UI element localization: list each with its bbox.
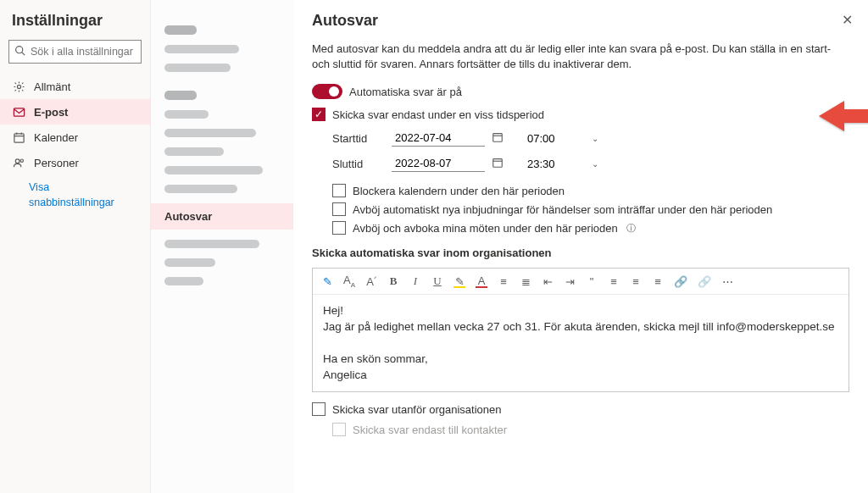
outside-org-checkbox[interactable]: [312, 402, 326, 416]
subnav-placeholder: [164, 166, 263, 174]
search-icon: [14, 45, 25, 58]
toggle-label: Automatiska svar är på: [349, 86, 462, 98]
chevron-down-icon[interactable]: ⌄: [592, 159, 598, 169]
editor-toolbar: ✎ AA Aᐟ B I U ✎ A ≡ ≣ ⇤ ⇥ " ≡ ≡ ≡ 🔗 🔗 ⋯: [313, 269, 849, 295]
block-calendar-checkbox[interactable]: [332, 184, 346, 197]
subnav-autosvar[interactable]: Autosvar: [151, 203, 293, 230]
start-date-input[interactable]: [392, 130, 485, 147]
end-time-input[interactable]: [524, 156, 566, 172]
start-label: Starttid: [332, 132, 380, 145]
svg-rect-12: [493, 159, 503, 168]
auto-reply-toggle[interactable]: [312, 84, 342, 99]
info-icon[interactable]: ⓘ: [626, 222, 636, 235]
decline-new-label: Avböj automatiskt nya inbjudningar för h…: [353, 203, 772, 216]
bold-button[interactable]: B: [387, 274, 399, 288]
subnav-placeholder: [164, 64, 231, 72]
body-line: Hej!: [323, 303, 838, 319]
nav-label: Allmänt: [34, 80, 70, 93]
subnav-placeholder: [164, 91, 197, 100]
font-color-icon[interactable]: A: [476, 274, 487, 288]
nav-email[interactable]: E-post: [0, 99, 150, 125]
calendar-icon[interactable]: [492, 157, 504, 171]
block-calendar-label: Blockera kalendern under den här periode…: [353, 185, 565, 197]
subnav-placeholder: [164, 25, 197, 35]
page-description: Med autosvar kan du meddela andra att du…: [312, 42, 849, 72]
page-title: Autosvar: [312, 12, 849, 30]
end-date-input[interactable]: [392, 155, 485, 172]
end-label: Sluttid: [332, 158, 380, 170]
svg-rect-10: [493, 134, 503, 142]
svg-point-0: [16, 47, 23, 53]
paint-icon[interactable]: ✎: [321, 275, 333, 288]
calendar-icon[interactable]: [492, 131, 504, 146]
cancel-meetings-label: Avböj och avboka mina möten under den hä…: [353, 222, 618, 235]
nav-calendar[interactable]: Kalender: [0, 125, 150, 150]
number-list-icon[interactable]: ≣: [520, 275, 531, 288]
settings-sidebar: Inställningar Allmänt E-post Kalender Pe…: [0, 0, 151, 493]
align-center-icon[interactable]: ≡: [630, 275, 642, 288]
subnav: Autosvar: [151, 0, 293, 493]
nav-label: E-post: [34, 106, 68, 119]
underline-button[interactable]: U: [431, 274, 443, 288]
nav-label: Personer: [34, 157, 79, 169]
subnav-placeholder: [164, 45, 239, 53]
svg-point-2: [17, 85, 20, 88]
rich-editor: ✎ AA Aᐟ B I U ✎ A ≡ ≣ ⇤ ⇥ " ≡ ≡ ≡ 🔗 🔗 ⋯ …: [312, 268, 849, 392]
outside-contacts-checkbox: [332, 423, 346, 436]
font-size-icon[interactable]: Aᐟ: [365, 275, 377, 288]
nav-general[interactable]: Allmänt: [0, 74, 150, 99]
svg-point-9: [20, 159, 23, 162]
bullet-list-icon[interactable]: ≡: [498, 275, 509, 288]
close-button[interactable]: ✕: [842, 12, 853, 28]
decline-new-checkbox[interactable]: [332, 202, 346, 216]
unlink-icon[interactable]: 🔗: [698, 275, 711, 288]
gear-icon: [12, 80, 25, 93]
more-icon[interactable]: ⋯: [721, 275, 733, 288]
subnav-placeholder: [164, 185, 237, 193]
indent-icon[interactable]: ⇥: [564, 275, 576, 288]
editor-body[interactable]: Hej! Jag är på ledighet mellan vecka 27 …: [313, 295, 849, 391]
people-icon: [12, 157, 25, 169]
subnav-placeholder: [164, 258, 215, 267]
calendar-icon: [12, 131, 25, 144]
align-right-icon[interactable]: ≡: [652, 275, 664, 288]
search-box[interactable]: [8, 40, 142, 64]
svg-line-1: [22, 53, 25, 55]
body-line: Jag är på ledighet mellan vecka 27 och 3…: [323, 319, 838, 335]
outside-contacts-label: Skicka svar endast till kontakter: [353, 424, 507, 436]
start-time-input[interactable]: [524, 130, 566, 147]
subnav-placeholder: [164, 277, 203, 285]
nav-people[interactable]: Personer: [0, 150, 150, 175]
svg-rect-3: [14, 108, 24, 115]
nav-label: Kalender: [34, 131, 78, 144]
main-panel: ✕ Autosvar Med autosvar kan du meddela a…: [293, 0, 868, 493]
chevron-down-icon[interactable]: ⌄: [592, 134, 598, 143]
font-size-up-icon[interactable]: AA: [343, 274, 355, 289]
subnav-placeholder: [164, 147, 224, 156]
italic-button[interactable]: I: [409, 274, 421, 288]
settings-title: Inställningar: [0, 12, 150, 40]
cancel-meetings-checkbox[interactable]: [332, 221, 346, 235]
quick-settings-link[interactable]: Visa snabbinställningar: [0, 175, 150, 210]
inside-org-label: Skicka automatiska svar inom organisatio…: [312, 246, 849, 259]
period-checkbox[interactable]: ✓: [312, 108, 326, 121]
link-icon[interactable]: 🔗: [674, 275, 687, 288]
body-line: Ha en skön sommar,: [323, 352, 838, 368]
mail-icon: [12, 106, 25, 119]
search-input[interactable]: [31, 46, 164, 58]
outside-org-label: Skicka svar utanför organisationen: [332, 403, 501, 416]
outdent-icon[interactable]: ⇤: [542, 275, 554, 288]
svg-rect-4: [14, 133, 23, 141]
highlight-icon[interactable]: ✎: [453, 275, 465, 288]
align-left-icon[interactable]: ≡: [608, 275, 620, 288]
subnav-placeholder: [164, 110, 209, 119]
period-label: Skicka svar endast under en viss tidsper…: [332, 108, 544, 121]
svg-point-8: [15, 158, 19, 163]
subnav-placeholder: [164, 240, 259, 248]
body-line: Angelica: [323, 368, 838, 384]
subnav-placeholder: [164, 129, 256, 137]
quote-icon[interactable]: ": [586, 275, 598, 288]
